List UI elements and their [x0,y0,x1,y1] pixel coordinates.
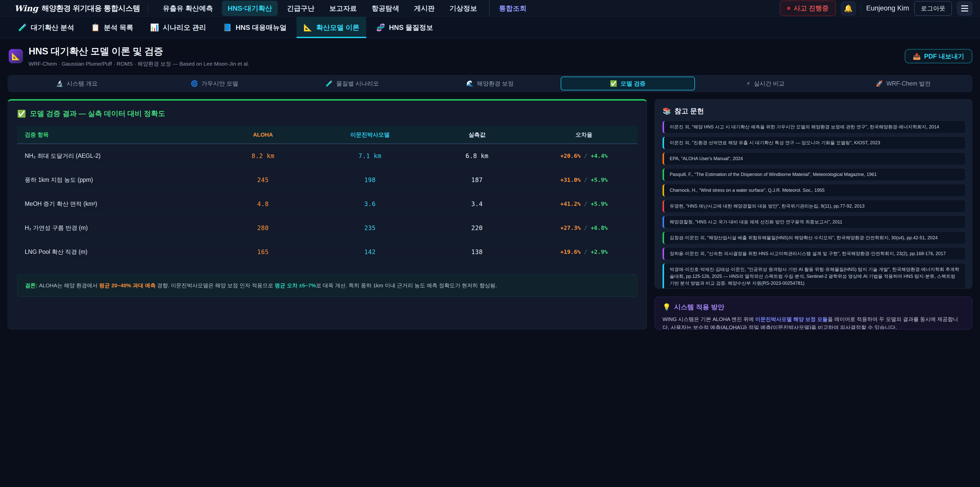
column-header-4: 실측값 [423,131,530,139]
sub-tab-label: 대기확산 분석 [31,23,74,32]
sub-nav-tab-6[interactable]: 🧬HNS 물질정보 [369,17,440,38]
aloha-value: 165 [210,249,317,255]
export-icon: 📤 [913,53,921,60]
reference-item[interactable]: 유영현, "HNS 재난사고에 대한 해양경찰의 대응 방안", 한국위기관리논… [662,200,966,212]
reference-item[interactable]: 해양경찰청, "HNS 사고 국가 대비 대응 체제 선진화 방안 연구용역 최… [662,216,966,228]
section-tab-label: 물질별 시나리오 [336,80,379,88]
section-tab-icon: 🚀 [876,80,883,87]
validation-table: 검증 항목ALOHA이문진박사모델실측값오차율 NH₃ 최대 도달거리 (AEG… [17,126,638,264]
table-header-row: 검증 항목ALOHA이문진박사모델실측값오차율 [17,126,638,144]
reference-item[interactable]: 이문진 외, "해양 HNS 사고 시 대기확산 예측을 위한 가우시안 모델의… [662,121,966,133]
sub-nav: 🧪대기확산 분석📋분석 목록📊시나리오 관리📘HNS 대응매뉴얼📐확산모델 이론… [0,17,980,38]
aloha-value: 4.8 [210,200,317,208]
main-nav-item-4[interactable]: 보고자료 [324,1,363,16]
main-nav: 유출유 확산예측HNS·대기확산긴급구난보고자료항공탐색게시판기상정보통합조회 [157,1,532,16]
main-nav-item-1[interactable]: 유출유 확산예측 [157,1,219,16]
section-tab-label: 실시간 비교 [754,80,784,88]
model-value: 235 [317,225,423,232]
books-icon: 📚 [662,107,671,115]
conclusion-note: 결론: ALOHA는 해양 환경에서 평균 20~40% 과대 예측 경향. 이… [17,274,638,297]
reference-item[interactable]: EPA, "ALOHA User's Manual", 2024 [662,152,966,165]
notifications-button[interactable]: 🔔 [841,1,856,16]
model-value: 3.6 [317,200,423,208]
section-tab-4[interactable]: 🌊해양환경 보정 [423,77,557,90]
sub-tab-label: HNS 대응매뉴얼 [235,23,286,32]
sub-nav-tab-3[interactable]: 📊시나리오 관리 [143,17,213,38]
aloha-value: 280 [210,225,317,232]
sub-tab-icon: 📋 [91,23,100,32]
main-nav-item-2[interactable]: HNS·대기확산 [222,1,278,16]
table-row: NH₃ 최대 도달거리 (AEGL-2)8.2 km7.1 km6.8 km+2… [17,144,638,168]
reference-item[interactable]: 장하용·이문진 외, "신속한 의사결정을 위한 HNS 사고이력관리시스템 설… [662,247,966,260]
top-navbar: Wing 해양환경 위기대응 통합시스템 유출유 확산예측HNS·대기확산긴급구… [0,0,980,17]
section-tab-icon: ⚡ [746,80,750,87]
bell-icon: 🔔 [844,4,853,13]
section-tab-label: 모델 검증 [620,80,646,88]
page-subtitle: WRF-Chem · Gaussian Plume/Puff · ROMS · … [29,60,249,67]
main-nav-item-5[interactable]: 항공탐색 [366,1,405,16]
section-tab-icon: ✅ [610,80,617,87]
sub-nav-tab-2[interactable]: 📋분석 목록 [84,17,140,38]
error-separator: / [581,201,591,207]
sub-tab-icon: 🧬 [376,23,385,32]
main-content: ✅ 모델 검증 결과 — 실측 데이터 대비 정확도 검증 항목ALOHA이문진… [8,99,972,329]
sub-nav-tab-5[interactable]: 📐확산모델 이론 [297,17,366,38]
main-nav-item-7[interactable]: 기상정보 [444,1,483,16]
references-panel: 📚 참고 문헌 이문진 외, "해양 HNS 사고 시 대기확산 예측을 위한 … [655,99,972,289]
logout-button[interactable]: 로그아웃 [914,1,952,16]
aloha-error: +41.2% [560,201,581,207]
measured-value: 6.8 km [423,152,530,160]
error-rate-value: +27.3% / +6.8% [531,225,638,231]
row-item-label: MeOH 증기 확산 면적 (km²) [17,200,210,208]
aloha-value: 8.2 km [210,152,317,160]
section-tab-5[interactable]: ✅모델 검증 [561,77,695,90]
application-body: WING 시스템은 기본 ALOHA 엔진 위에 이문진박사모델 해양 보정 모… [662,315,964,329]
main-nav-item-3[interactable]: 긴급구난 [281,1,320,16]
row-item-label: H₂ 가연성 구름 반경 (m) [17,224,210,232]
table-row: H₂ 가연성 구름 반경 (m)280235220+27.3% / +6.8% [17,216,638,240]
measured-value: 3.4 [423,200,530,208]
section-tab-icon: 🔬 [56,80,63,87]
hamburger-menu-button[interactable] [957,1,972,16]
reference-item[interactable]: 이문진 외, "친환경 선박연료 해양 유출 시 대기확산 특성 연구 — 암모… [662,137,966,149]
section-tab-2[interactable]: 🌀가우시안 모델 [148,77,282,90]
application-title: 💡 시스템 적용 방안 [662,303,964,311]
section-tab-label: 시스템 개요 [67,80,97,88]
error-rate-value: +19.6% / +2.9% [531,249,638,255]
reference-item[interactable]: Charnock, H., "Wind stress on a water su… [662,184,966,196]
row-item-label: 풍하 1km 지점 농도 (ppm) [17,176,210,184]
section-tab-3[interactable]: 🧪물질별 시나리오 [285,77,419,90]
topnav-right: 사고 진행중 🔔 Eunjeong Kim 로그아웃 [780,0,972,16]
model-error: +2.9% [591,249,608,255]
sub-tab-label: HNS 물질정보 [389,23,433,32]
section-tab-label: WRF-Chem 발전 [886,80,931,88]
row-item-label: LNG Pool 확산 직경 (m) [17,248,210,256]
reference-item[interactable]: 김창겸·이문진 외, "해양산업시설 배출 위험유해물질(HNS)의 해양확산 … [662,232,966,244]
user-name: Eunjeong Kim [866,4,909,12]
sub-nav-tab-1[interactable]: 🧪대기확산 분석 [11,17,81,38]
export-label: PDF 내보내기 [924,52,964,61]
section-tab-icon: 🌀 [191,80,198,87]
main-nav-item-8[interactable]: 통합조회 [489,1,532,16]
section-tab-1[interactable]: 🔬시스템 개요 [10,77,144,90]
incident-status-badge[interactable]: 사고 진행중 [780,0,836,16]
table-row: 풍하 1km 지점 농도 (ppm)245198187+31.0% / +5.9… [17,168,638,192]
aloha-error: +20.6% [560,153,581,159]
incident-status-label: 사고 진행중 [794,4,829,13]
column-header-1: 검증 항목 [17,131,210,139]
highlighted-module-name: 이문진박사모델 해양 보정 모듈 [755,316,828,322]
pdf-export-button[interactable]: 📤 PDF 내보내기 [905,49,972,63]
conclusion-segment: 로 대폭 개선. 특히 풍하 1km 이내 근거리 농도 예측 정확도가 현저히… [316,283,497,288]
check-icon: ✅ [17,110,26,118]
sub-tab-icon: 📘 [223,23,232,32]
sub-nav-tab-4[interactable]: 📘HNS 대응매뉴얼 [216,17,293,38]
reference-item[interactable]: Pasquill, F., "The Estimation of the Dis… [662,168,966,181]
reference-item[interactable]: 박경애·이진호·박재진·김태성·이문진, "인공위성 원격탐사 기반 AI 활용… [662,263,966,289]
section-tab-7[interactable]: 🚀WRF-Chem 발전 [836,77,970,90]
sub-tab-icon: 📊 [150,23,159,32]
main-nav-item-6[interactable]: 게시판 [408,1,440,16]
wing-logo: Wing [14,3,38,13]
section-tab-6[interactable]: ⚡실시간 비교 [698,77,833,90]
error-rate-value: +20.6% / +4.4% [531,153,638,159]
sub-tab-label: 확산모델 이론 [316,23,360,32]
